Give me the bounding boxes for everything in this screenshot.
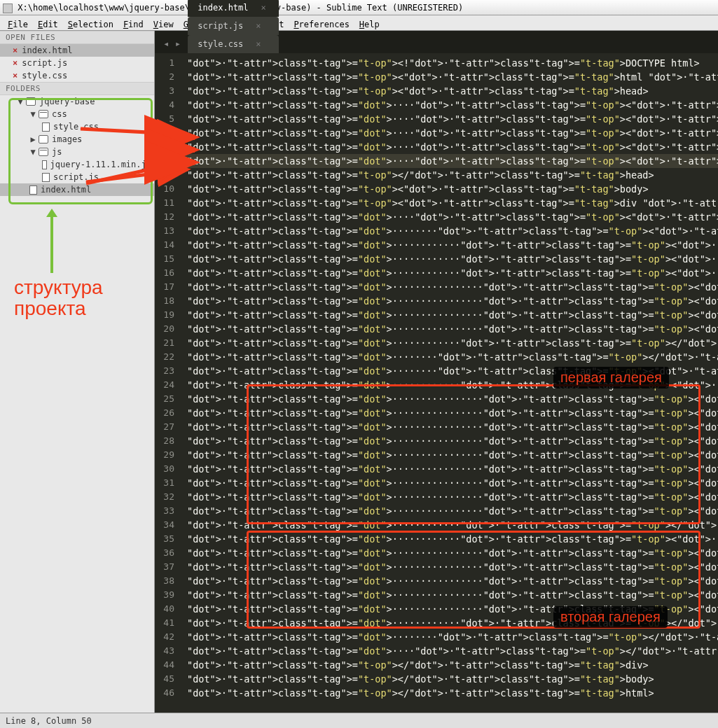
folder-css[interactable]: ▼css bbox=[0, 108, 154, 120]
open-files-heading: OPEN FILES bbox=[0, 31, 154, 44]
tab-nav-arrows[interactable]: ◂ ▸ bbox=[163, 38, 181, 49]
file-icon bbox=[29, 186, 37, 195]
folder-root[interactable]: ▼jquery-base bbox=[0, 95, 154, 108]
arrow-icon bbox=[161, 155, 200, 169]
close-icon[interactable]: × bbox=[13, 58, 18, 68]
open-file-item[interactable]: ×index.html bbox=[0, 44, 154, 57]
tabstrip: ◂ ▸ index.html×script.js×style.css× bbox=[155, 31, 718, 53]
statusbar-text: Line 8, Column 50 bbox=[6, 716, 92, 726]
close-icon[interactable]: × bbox=[256, 39, 261, 49]
arrow-icon bbox=[83, 179, 202, 221]
close-icon[interactable]: × bbox=[13, 71, 18, 80]
file-icon bbox=[42, 160, 47, 169]
editor-area: ◂ ▸ index.html×script.js×style.css× 1234… bbox=[155, 31, 718, 713]
open-file-item[interactable]: ×script.js bbox=[0, 57, 154, 69]
tab-script-js[interactable]: script.js× bbox=[188, 17, 278, 35]
close-icon[interactable]: × bbox=[261, 3, 266, 13]
svg-marker-8 bbox=[46, 209, 57, 217]
window-titlebar: X:\home\localhost\www\jquery-base\index.… bbox=[0, 0, 718, 15]
folders-heading: FOLDERS bbox=[0, 82, 154, 95]
menubar: FileEditSelectionFindViewGotoToolsProjec… bbox=[0, 15, 718, 31]
file-icon bbox=[42, 122, 50, 132]
arrow-icon bbox=[161, 143, 200, 157]
folder-js[interactable]: ▼js bbox=[0, 146, 154, 158]
folder-icon bbox=[39, 110, 48, 118]
open-file-item[interactable]: ×style.css bbox=[0, 69, 154, 82]
statusbar: Line 8, Column 50 bbox=[0, 713, 718, 728]
arrow-icon bbox=[161, 130, 200, 144]
app-icon bbox=[3, 4, 13, 13]
file-icon bbox=[42, 173, 50, 182]
folder-icon bbox=[39, 148, 48, 156]
tab-index-html[interactable]: index.html× bbox=[188, 0, 278, 17]
close-icon[interactable]: × bbox=[13, 46, 18, 55]
arrow-icon bbox=[43, 209, 64, 279]
tab-style-css[interactable]: style.css× bbox=[188, 35, 278, 53]
code-editor[interactable]: "dot">·"t-attr">class"t-tag">="t-op"><!"… bbox=[187, 53, 718, 713]
folder-icon bbox=[39, 135, 48, 144]
folder-icon bbox=[26, 97, 36, 106]
close-icon[interactable]: × bbox=[256, 21, 261, 31]
